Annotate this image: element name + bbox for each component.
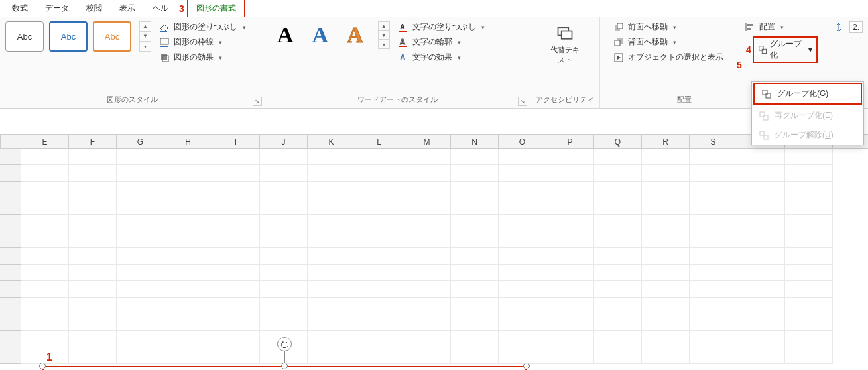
menu-help[interactable]: ヘル	[145, 0, 176, 17]
dialog-launcher[interactable]: ↘	[253, 97, 262, 106]
menu-data[interactable]: データ	[37, 0, 77, 17]
col-header[interactable]: F	[69, 135, 117, 148]
gallery-more[interactable]: ▲ ▼ ▾	[378, 21, 390, 49]
group-label: 図形のスタイル	[5, 93, 259, 107]
menu-ungroup: グループ解除(U)	[752, 125, 863, 145]
alt-text-button[interactable]: 代替テキスト	[548, 21, 582, 65]
text-fill-button[interactable]: A 文字の塗りつぶし▾	[398, 21, 485, 32]
menu-review[interactable]: 校閲	[78, 0, 110, 17]
col-header[interactable]: R	[642, 135, 690, 148]
label: 背面へ移動	[628, 36, 668, 48]
shape-fill-button[interactable]: 図形の塗りつぶし▾	[159, 21, 246, 32]
svg-rect-20	[759, 46, 763, 50]
label: 図形の塗りつぶし	[174, 21, 237, 32]
rotate-handle[interactable]: ⭮	[277, 337, 292, 351]
col-header[interactable]: G	[117, 135, 164, 148]
selection-pane-button[interactable]: オブジェクトの選択と表示	[613, 52, 723, 63]
gallery-down-icon[interactable]: ▼	[378, 31, 390, 40]
menu-shape-format[interactable]: 図形の書式	[187, 0, 245, 18]
selected-shape-group[interactable]: ⭮ ふくろもじのつくりかた②	[42, 366, 527, 370]
col-header[interactable]: S	[690, 135, 737, 148]
gallery-up-icon[interactable]: ▲	[139, 21, 151, 31]
wordart-swatch[interactable]: A	[340, 21, 370, 49]
regroup-icon	[759, 111, 769, 121]
menu-view[interactable]: 表示	[111, 0, 143, 17]
align-button[interactable]: 配置▾	[745, 21, 818, 32]
gallery-up-icon[interactable]: ▲	[378, 21, 390, 31]
svg-rect-6	[399, 31, 407, 32]
size-value[interactable]: 2.	[849, 21, 863, 33]
resize-handle[interactable]	[523, 363, 530, 369]
chevron-down-icon: ▾	[219, 39, 222, 46]
paint-bucket-icon	[159, 22, 170, 32]
gallery-more[interactable]: ▲ ▼ ▾	[139, 21, 151, 52]
group-objects-button[interactable]: グループ化▾	[753, 36, 818, 63]
col-header[interactable]: H	[164, 135, 212, 148]
svg-text:A: A	[400, 53, 406, 62]
menu-regroup: 再グループ化(E)	[752, 106, 863, 125]
text-outline-button[interactable]: A 文字の輪郭▾	[398, 36, 485, 48]
svg-rect-25	[763, 115, 768, 120]
spreadsheet[interactable]: E F G H I J K L M N O P Q R S T U ⭮ ふくろも…	[0, 134, 868, 364]
chevron-down-icon: ▾	[458, 54, 461, 61]
text-effects-button[interactable]: A 文字の効果▾	[398, 52, 485, 63]
group-menu-popup: グループ化(G) 再グループ化(E) グループ解除(U)	[751, 81, 864, 145]
col-header[interactable]: M	[403, 135, 451, 148]
shape-style-swatch[interactable]: Abc	[49, 21, 88, 52]
group-label: アクセシビリティ	[536, 93, 594, 107]
outline-icon	[159, 37, 170, 48]
wordart-gallery[interactable]: A A A ▲ ▼ ▾	[271, 21, 390, 49]
col-header[interactable]: E	[21, 135, 69, 148]
col-header[interactable]: P	[546, 135, 594, 148]
label: 文字の効果	[412, 52, 452, 63]
selection-pane-icon	[613, 52, 624, 63]
menubar: 数式 データ 校閲 表示 ヘル 3 図形の書式	[0, 0, 868, 17]
chevron-down-icon: ▾	[219, 54, 222, 61]
gallery-down-icon[interactable]: ▼	[139, 31, 151, 41]
shape-style-swatch[interactable]: Abc	[5, 21, 44, 52]
bring-forward-button[interactable]: 前面へ移動▾	[613, 21, 723, 32]
col-header[interactable]: O	[499, 135, 546, 148]
menu-group[interactable]: グループ化(G)	[753, 83, 862, 105]
col-header[interactable]: L	[355, 135, 403, 148]
alt-text-icon	[556, 24, 574, 42]
resize-handle[interactable]	[281, 363, 288, 369]
col-header[interactable]: Q	[594, 135, 642, 148]
chevron-down-icon: ▾	[673, 24, 676, 31]
wordart-swatch[interactable]: A	[306, 21, 336, 49]
col-header[interactable]: J	[260, 135, 308, 148]
shape-style-swatch[interactable]: Abc	[93, 21, 131, 52]
label: オブジェクトの選択と表示	[628, 52, 723, 63]
shape-outline-button[interactable]: 図形の枠線▾	[159, 36, 246, 48]
svg-rect-24	[760, 112, 765, 117]
gallery-expand-icon[interactable]: ▾	[378, 40, 390, 49]
group-icon	[761, 89, 772, 99]
col-header[interactable]: N	[451, 135, 499, 148]
chevron-down-icon: ▾	[481, 24, 485, 31]
group-wordart-styles: A A A ▲ ▼ ▾ A 文字の塗りつぶし▾ A 文字の輪郭▾	[265, 17, 530, 109]
col-header[interactable]: I	[212, 135, 260, 148]
menu-formula[interactable]: 数式	[4, 0, 36, 17]
callout-1: 1	[46, 351, 52, 363]
wordart-swatch[interactable]: A	[271, 21, 300, 49]
send-backward-icon	[613, 37, 624, 48]
svg-rect-19	[747, 28, 751, 30]
svg-rect-22	[763, 90, 767, 95]
shape-effects-button[interactable]: 図形の効果▾	[159, 52, 246, 63]
send-backward-button[interactable]: 背面へ移動▾	[613, 36, 723, 48]
svg-rect-26	[760, 131, 764, 135]
svg-rect-18	[747, 24, 753, 26]
bring-forward-icon	[613, 22, 624, 32]
resize-handle[interactable]	[39, 363, 46, 369]
label: 図形の効果	[174, 52, 214, 63]
shape-style-gallery[interactable]: Abc Abc Abc ▲ ▼ ▾	[5, 21, 151, 52]
gallery-expand-icon[interactable]: ▾	[139, 42, 151, 52]
dialog-launcher[interactable]: ↘	[518, 97, 527, 106]
text-outline-icon: A	[398, 37, 408, 48]
callout-5: 5	[737, 60, 742, 70]
label: 代替テキスト	[548, 45, 582, 65]
svg-rect-3	[161, 54, 167, 60]
grid[interactable]	[0, 149, 868, 364]
svg-rect-2	[160, 46, 168, 47]
col-header[interactable]: K	[308, 135, 355, 148]
